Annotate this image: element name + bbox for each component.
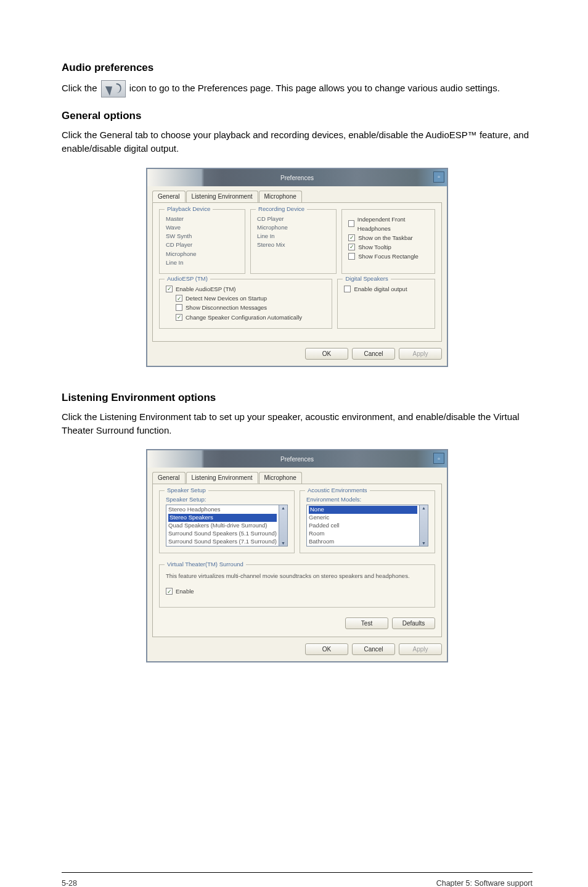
scroll-down-icon[interactable]: ▼ [281,541,285,545]
checkbox-show-focus-rectangle[interactable]: Show Focus Rectangle [348,252,428,261]
list-item[interactable]: Stereo Headphones [168,506,277,514]
list-item[interactable]: None [309,506,417,514]
general-options-paragraph: Click the General tab to choose your pla… [62,128,533,155]
tab-general[interactable]: General [152,472,186,484]
fieldset-playback-device: Playback Device Master Wave SW Synth CD … [159,209,245,274]
list-item[interactable]: Surround Sound Speakers (7.1 Surround) [168,538,277,546]
environment-models-select[interactable]: None Generic Padded cell Room Bathroom ▲… [306,505,428,547]
tab-general[interactable]: General [152,191,186,202]
recording-item: Microphone [257,223,330,232]
tab-listening-environment[interactable]: Listening Environment [186,191,258,202]
audio-prefs-text-after: icon to go to the Preferences page. This… [129,83,500,93]
close-icon[interactable]: ▫ [433,171,444,183]
checkbox-change-speaker-auto[interactable]: ✓Change Speaker Configuration Automatica… [166,313,325,322]
tab-listening-environment[interactable]: Listening Environment [186,472,258,484]
checkbox-label: Change Speaker Configuration Automatical… [186,313,302,322]
preferences-icon [101,80,126,97]
acoustic-legend: Acoustic Environments [305,487,370,493]
virtual-theater-description: This feature virtualizes multi-channel m… [166,572,428,580]
listening-environment-paragraph: Click the Listening Environment tab to s… [62,410,533,437]
list-item[interactable]: Bathroom [309,538,417,546]
list-item[interactable]: Padded cell [309,522,417,530]
fieldset-other-options: Independent Front Headphones ✓Show on th… [341,209,435,274]
tab-microphone[interactable]: Microphone [259,472,302,484]
recording-item: CD Player [257,215,330,223]
recording-item: Stereo Mix [257,241,330,249]
speaker-setup-label: Speaker Setup: [166,496,288,503]
preferences-window-general: Preferences ▫ General Listening Environm… [146,168,448,367]
checkbox-show-taskbar[interactable]: ✓Show on the Taskbar [348,233,428,242]
tabs-row: General Listening Environment Microphone [152,472,442,484]
preferences-window-listening: Preferences ▫ General Listening Environm… [146,449,448,662]
tab-microphone[interactable]: Microphone [259,191,302,202]
checkbox-label: Enable digital output [354,284,407,294]
list-item[interactable]: Quad Speakers (Multi-drive Surround) [168,522,277,530]
heading-audio-preferences: Audio preferences [62,62,533,74]
fieldset-speaker-setup: Speaker Setup Speaker Setup: Stereo Head… [159,490,295,553]
checkbox-label: Independent Front Headphones [357,215,428,233]
checkbox-show-tooltip[interactable]: ✓Show Tooltip [348,242,428,252]
apply-button[interactable]: Apply [399,348,442,360]
list-item[interactable]: Surround Sound Speakers (5.1 Surround) [168,530,277,538]
tabs-row: General Listening Environment Microphone [152,191,442,203]
dialog-buttons: OK Cancel Apply [152,342,442,360]
checkbox-enable-virtual-theater[interactable]: ✓Enable [166,587,428,596]
list-item[interactable]: Room [309,530,417,538]
checkbox-label: Show Disconnection Messages [186,303,267,312]
recording-legend: Recording Device [256,205,307,212]
page-number: 5-28 [62,879,77,887]
fieldset-virtual-theater: Virtual Theater(TM) Surround This featur… [159,564,435,608]
checkbox-label: Show Tooltip [358,242,391,252]
audio-prefs-text-before: Click the [62,83,100,93]
cancel-button[interactable]: Cancel [352,643,395,655]
playback-item: SW Synth [166,232,239,241]
close-icon[interactable]: ▫ [433,453,444,464]
checkbox-detect-new-devices[interactable]: ✓Detect New Devices on Startup [166,294,325,303]
checkbox-label: Show on the Taskbar [358,233,413,242]
fieldset-audioesp: AudioESP (TM) ✓Enable AudioESP (TM) ✓Det… [159,279,332,329]
window-title: Preferences [280,456,314,463]
checkbox-label: Enable [176,587,194,596]
test-button[interactable]: Test [345,617,388,629]
list-item[interactable]: Generic [309,514,417,522]
checkbox-label: Enable AudioESP (TM) [176,284,236,294]
scrollbar[interactable]: ▲▼ [279,505,287,546]
cancel-button[interactable]: Cancel [352,348,395,360]
scroll-up-icon[interactable]: ▲ [281,506,285,510]
checkbox-independent-headphones[interactable]: Independent Front Headphones [348,215,428,233]
window-titlebar: Preferences ▫ [147,169,447,186]
fieldset-digital-speakers: Digital Speakers Enable digital output [337,279,435,329]
environment-models-label: Environment Models: [306,496,428,503]
scroll-down-icon[interactable]: ▼ [422,541,426,545]
speaker-setup-legend: Speaker Setup [165,487,208,493]
playback-item: Master [166,215,239,223]
list-item[interactable]: Stereo Speakers [168,514,277,522]
ok-button[interactable]: OK [305,348,348,360]
checkbox-show-disconnection[interactable]: Show Disconnection Messages [166,303,325,312]
playback-item: Line In [166,258,239,267]
checkbox-enable-digital-output[interactable]: Enable digital output [344,284,428,294]
playback-item: Wave [166,223,239,232]
defaults-button[interactable]: Defaults [392,617,435,629]
speaker-setup-select[interactable]: Stereo Headphones Stereo Speakers Quad S… [166,505,288,547]
checkbox-enable-audioesp[interactable]: ✓Enable AudioESP (TM) [166,284,325,294]
apply-button[interactable]: Apply [399,643,442,655]
heading-listening-environment: Listening Environment options [62,392,533,404]
audio-prefs-paragraph: Click the icon to go to the Preferences … [62,80,533,97]
ok-button[interactable]: OK [305,643,348,655]
checkbox-label: Detect New Devices on Startup [186,294,267,303]
window-titlebar: Preferences ▫ [147,450,447,468]
checkbox-label: Show Focus Rectangle [358,252,419,261]
recording-item: Line In [257,232,330,241]
scrollbar[interactable]: ▲▼ [419,505,428,546]
chapter-label: Chapter 5: Software support [436,879,533,887]
digital-legend: Digital Speakers [343,275,390,282]
playback-legend: Playback Device [165,205,213,212]
dialog-buttons: OK Cancel Apply [152,637,442,655]
heading-general-options: General options [62,110,533,122]
fieldset-acoustic-environments: Acoustic Environments Environment Models… [300,490,435,553]
virtual-theater-legend: Virtual Theater(TM) Surround [165,561,246,567]
window-title: Preferences [280,174,314,181]
scroll-up-icon[interactable]: ▲ [422,506,426,510]
fieldset-recording-device: Recording Device CD Player Microphone Li… [250,209,337,274]
